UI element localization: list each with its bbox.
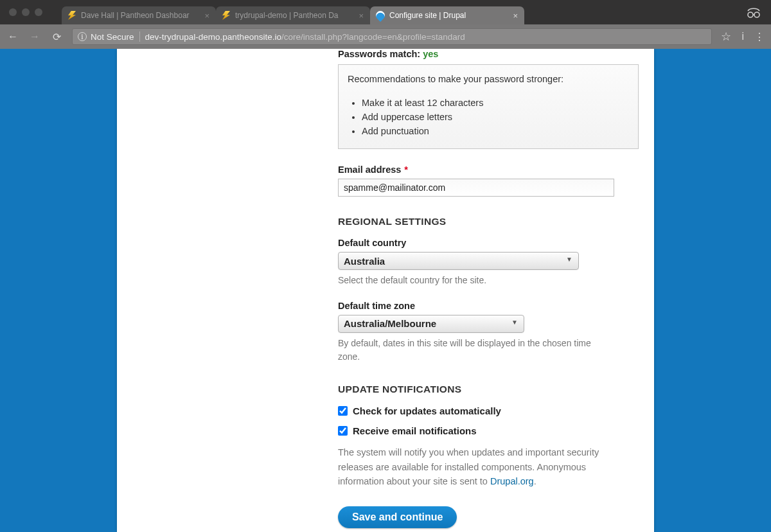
window-title-bar: Dave Hall | Pantheon Dashboar × trydrupa… [0,0,771,24]
regional-heading: REGIONAL SETTINGS [338,216,639,227]
address-bar[interactable]: i Not Secure dev-trydrupal-demo.pantheon… [72,28,712,45]
url-host: dev-trydrupal-demo.pantheonsite.io [145,32,281,42]
tab-pantheon-dave[interactable]: Dave Hall | Pantheon Dashboar × [62,6,216,24]
page-info-icon[interactable]: i [741,31,744,42]
site-info-icon[interactable]: i [78,32,87,41]
timezone-label: Default time zone [338,301,639,311]
tab-title: Configure site | Drupal [389,11,508,20]
sidebar-placeholder [132,49,338,528]
password-match-label: Passwords match: [338,49,420,59]
email-label: Email address * [338,164,639,175]
pantheon-favicon-icon [67,10,77,21]
country-desc: Select the default country for the site. [338,274,614,288]
tab-close-icon[interactable]: × [513,11,518,21]
url-path: /core/install.php?langcode=en&profile=st… [281,32,465,42]
save-continue-button[interactable]: Save and continue [338,506,457,528]
pantheon-favicon-icon [221,10,231,21]
updates-desc-period: . [534,476,536,486]
password-reco-heading: Recommendations to make your password st… [348,74,629,84]
incognito-icon [747,6,761,21]
tab-title: trydrupal-demo | Pantheon Da [235,11,353,20]
password-match-value: yes [423,49,438,59]
traffic-lights [0,8,42,16]
window-close-icon[interactable] [9,8,17,16]
required-star-icon: * [402,164,408,175]
viewport: Passwords match: yes Recommendations to … [0,49,771,532]
tab-pantheon-demo[interactable]: trydrupal-demo | Pantheon Da × [216,6,370,24]
browser-toolbar: ← → ⟳ i Not Secure dev-trydrupal-demo.pa… [0,24,771,49]
tab-strip: Dave Hall | Pantheon Dashboar × trydrupa… [62,0,524,24]
tab-close-icon[interactable]: × [359,11,364,21]
updates-desc: The system will notify you when updates … [338,445,614,488]
updates-heading: UPDATE NOTIFICATIONS [338,384,639,395]
svg-point-1 [754,12,759,17]
email-label-text: Email address [338,164,401,175]
svg-point-0 [748,12,753,17]
password-reco-item: Add punctuation [362,124,629,138]
check-updates-label: Check for updates automatically [353,405,501,416]
country-select[interactable]: Australia [338,252,579,270]
security-label: Not Secure [91,32,134,42]
menu-icon[interactable]: ⋮ [754,31,765,43]
email-field[interactable] [338,179,614,197]
tab-drupal-configure[interactable]: Configure site | Drupal × [370,6,524,24]
check-updates-checkbox[interactable] [338,406,348,416]
updates-desc-text: The system will notify you when updates … [338,447,599,486]
forward-button[interactable]: → [28,31,41,42]
drupal-org-link[interactable]: Drupal.org [490,476,534,486]
password-reco-item: Make it at least 12 characters [362,96,629,110]
country-label: Default country [338,238,639,248]
reload-button[interactable]: ⟳ [50,31,63,43]
timezone-select[interactable]: Australia/Melbourne [338,315,524,333]
window-zoom-icon[interactable] [35,8,42,16]
window-minimize-icon[interactable] [22,8,30,16]
drupal-favicon-icon [375,10,386,21]
email-notify-row[interactable]: Receive email notifications [338,425,639,436]
check-updates-row[interactable]: Check for updates automatically [338,405,639,416]
tab-title: Dave Hall | Pantheon Dashboar [81,11,199,20]
back-button[interactable]: ← [6,31,19,42]
email-notify-checkbox[interactable] [338,426,348,436]
password-reco-list: Make it at least 12 characters Add upper… [348,96,629,138]
timezone-desc: By default, dates in this site will be d… [338,337,614,364]
bookmark-icon[interactable]: ☆ [721,30,731,44]
url-separator [139,31,140,42]
form-column: Passwords match: yes Recommendations to … [338,49,639,528]
email-notify-label: Receive email notifications [353,425,477,436]
password-reco-item: Add uppercase letters [362,110,629,124]
password-reco-box: Recommendations to make your password st… [338,64,639,149]
password-match-row: Passwords match: yes [338,49,639,59]
page-card: Passwords match: yes Recommendations to … [117,49,654,532]
tab-close-icon[interactable]: × [204,11,209,21]
